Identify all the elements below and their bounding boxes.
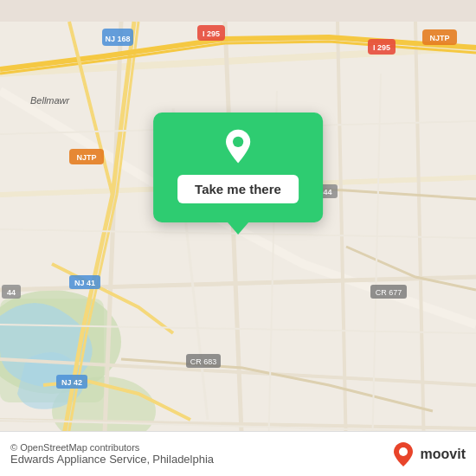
location-pin-icon: [219, 128, 257, 166]
svg-text:Bellmawr: Bellmawr: [30, 95, 71, 106]
moovit-logo: moovit: [389, 441, 466, 468]
svg-text:I 295: I 295: [203, 29, 220, 38]
moovit-text-label: moovit: [421, 447, 466, 462]
map-background: NJ 168 I 295 I 295 NJTP NJTP 544 CR 677 …: [0, 0, 476, 476]
svg-text:NJTP: NJTP: [429, 34, 449, 42]
svg-text:NJ 168: NJ 168: [105, 35, 130, 43]
svg-text:NJ 42: NJ 42: [61, 378, 82, 387]
svg-point-45: [399, 447, 408, 456]
svg-point-44: [233, 137, 243, 147]
take-me-there-button[interactable]: Take me there: [177, 175, 299, 203]
bottom-bar: © OpenStreetMap contributors Edwards App…: [0, 431, 476, 476]
svg-text:CR 683: CR 683: [190, 357, 217, 366]
svg-text:44: 44: [7, 288, 16, 297]
svg-text:CR 677: CR 677: [376, 288, 402, 297]
svg-text:NJ 41: NJ 41: [74, 279, 95, 287]
attribution-text: © OpenStreetMap contributors Edwards App…: [10, 442, 389, 466]
map-container: NJ 168 I 295 I 295 NJTP NJTP 544 CR 677 …: [0, 0, 476, 476]
city-name: Philadelphia: [152, 453, 214, 466]
moovit-logo-icon: [389, 441, 417, 468]
copyright-symbol: © OpenStreetMap contributors: [10, 442, 139, 453]
svg-text:NJTP: NJTP: [76, 153, 96, 162]
place-name: Edwards Appliance Service,: [10, 453, 150, 466]
popup-card: Take me there: [153, 113, 323, 222]
svg-text:I 295: I 295: [373, 43, 390, 52]
